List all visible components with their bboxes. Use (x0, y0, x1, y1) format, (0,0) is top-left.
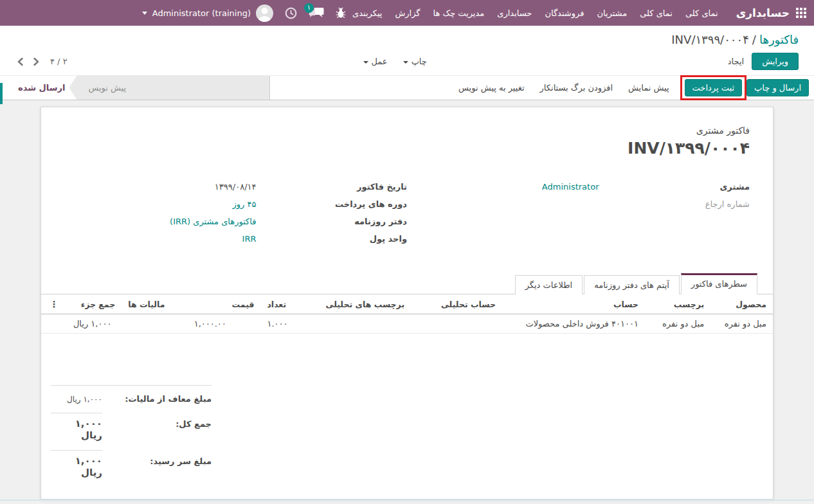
fields-right-column: مشتری Administrator شماره ارجاع (407, 182, 750, 251)
breadcrumb-parent-link[interactable]: فاکتورها (759, 33, 799, 46)
register-payment-button[interactable]: ثبت پرداخت (685, 79, 742, 96)
column-header[interactable]: مالیات ها (122, 294, 187, 314)
breadcrumb: فاکتورها/INV/۱۳۹۹/۰۰۰۴ (0, 26, 814, 49)
reference-label: شماره ارجاع (599, 199, 750, 209)
record-pager: ۲ / ۴ (15, 56, 70, 68)
detail-label: دوره های پرداخت (256, 199, 407, 209)
document-type-label: فاکتور مشتری (64, 125, 750, 136)
activities-clock-icon[interactable] (285, 7, 297, 19)
app-name-menu[interactable]: حسابداری (736, 6, 790, 19)
fields-left-column: تاریخ فاکتور ۱۳۹۹/۰۸/۱۴ دوره های پرداخت … (64, 182, 407, 251)
cell-analytic-tags[interactable] (319, 314, 421, 334)
total-label: مبلغ معاف از مالیات: (102, 394, 212, 404)
edge-button-sliver (0, 83, 3, 104)
column-options-icon[interactable]: ⋮ (41, 294, 67, 314)
column-header[interactable]: قیمت (188, 294, 261, 314)
detail-value[interactable]: ۴۵ روز (64, 199, 256, 209)
column-header[interactable]: حساب (502, 294, 645, 314)
lines-empty-space (41, 334, 773, 385)
cell-quantity[interactable]: ۱.۰۰۰ (260, 314, 319, 334)
invoice-fields: مشتری Administrator شماره ارجاع تاریخ فا… (64, 182, 750, 251)
status-state[interactable]: ارسال شده (0, 76, 77, 100)
bug-icon[interactable] (336, 7, 346, 19)
cell-analytic-account[interactable] (422, 314, 502, 334)
systray: Administrator (training) ۱ (142, 4, 346, 22)
cell-subtotal[interactable]: ۱,۰۰۰ ریال (67, 314, 122, 334)
topbar: حسابداری نمای کلی نمای کلی مشتریان فروشن… (0, 0, 814, 26)
cell-account[interactable]: ۴۰۱۰۰۱ فروش داخلی محصولات (502, 314, 645, 334)
action-dropdown[interactable]: عمل (356, 53, 395, 69)
invoice-lines-table: محصول برچسب حساب حساب تحلیلی برچسب های ت… (41, 294, 773, 334)
detail-label: واحد پول (256, 234, 407, 244)
customer-value-link[interactable]: Administrator (407, 182, 599, 192)
detail-field: دفتر روزنامه فاکتورهای مشتری (IRR) (64, 217, 407, 228)
total-value: ۱,۰۰۰ ریال (51, 450, 102, 478)
cell-product[interactable]: مبل دو نفره (710, 314, 773, 334)
column-header[interactable]: تعداد (260, 294, 319, 314)
notebook-tab[interactable]: سطرهای فاکتور (681, 273, 757, 294)
detail-value[interactable]: IRR (64, 234, 256, 244)
breadcrumb-current: INV/۱۳۹۹/۰۰۰۴ (671, 33, 749, 46)
total-value: ۱,۰۰۰ ریال (51, 413, 102, 441)
detail-value[interactable]: ۱۳۹۹/۰۸/۱۴ (64, 182, 256, 192)
invoice-sheet: فاکتور مشتری INV/۱۳۹۹/۰۰۰۴ مشتری Adminis… (41, 107, 773, 500)
messages-icon[interactable]: ۱ (309, 7, 324, 19)
chevron-down-icon (363, 61, 368, 64)
column-header[interactable]: برچسب های تحلیلی (319, 294, 421, 314)
status-state[interactable]: پیش نویس (77, 76, 138, 100)
user-menu[interactable]: Administrator (training) (152, 8, 251, 18)
pager-previous-button[interactable] (15, 56, 25, 68)
notebook-tab[interactable]: اطلاعات دیگر (515, 275, 583, 294)
print-dropdown-label: چاپ (412, 57, 427, 66)
cell-price[interactable]: ۱,۰۰۰.۰۰ (188, 314, 261, 334)
chevron-down-icon (403, 61, 408, 64)
column-header[interactable]: حساب تحلیلی (422, 294, 502, 314)
cell-taxes[interactable] (122, 314, 187, 334)
notebook-tab[interactable]: آیتم های دفتر روزنامه (584, 275, 680, 294)
invoice-line-row[interactable]: مبل دو نفره مبل دو نفره ۴۰۱۰۰۱ فروش داخل… (41, 314, 773, 334)
totals-block: مبلغ معاف از مالیات: ۱,۰۰۰ ریال جمع کل: … (51, 385, 212, 499)
send-and-print-button[interactable]: ارسال و چاپ (746, 79, 809, 96)
notebook-tabs: سطرهای فاکتور آیتم های دفتر روزنامه اطلا… (41, 273, 773, 294)
column-header[interactable]: برچسب (645, 294, 710, 314)
reset-to-draft-button[interactable]: تغییر به پیش نویس (451, 80, 532, 96)
message-count-badge: ۱ (304, 3, 314, 13)
breadcrumb-separator: / (749, 33, 759, 46)
user-menu-caret-icon[interactable] (142, 12, 147, 15)
topbar-menu-item[interactable]: مدیریت چک ها (427, 0, 491, 26)
total-line: جمع کل: ۱,۰۰۰ ریال (51, 405, 212, 442)
column-header[interactable]: جمع جزء (67, 294, 122, 314)
statusbar-row: ارسال و چاپ ثبت پرداخت پیش نمایش افزودن … (0, 75, 814, 100)
preview-button[interactable]: پیش نمایش (620, 80, 677, 96)
detail-field: دوره های پرداخت ۴۵ روز (64, 199, 407, 210)
detail-value[interactable]: فاکتورهای مشتری (IRR) (64, 217, 256, 226)
detail-label: تاریخ فاکتور (256, 182, 407, 192)
customer-field: مشتری Administrator (407, 182, 750, 193)
create-button[interactable]: ایجاد (720, 53, 752, 69)
form-content: فاکتور مشتری INV/۱۳۹۹/۰۰۰۴ مشتری Adminis… (0, 100, 814, 504)
topbar-menu-item[interactable]: گزارش (388, 0, 426, 26)
cell-label[interactable]: مبل دو نفره (645, 314, 710, 334)
control-center-menus: چاپ عمل (356, 53, 435, 69)
total-label: مبلغ سر رسید: (102, 456, 212, 466)
topbar-menu-item[interactable]: نمای کلی (633, 0, 679, 26)
topbar-menu-item[interactable]: پیکربندی (346, 0, 388, 26)
topbar-menu-item[interactable]: مشتریان (590, 0, 633, 26)
bottom-scroll-track[interactable] (0, 500, 814, 501)
column-header[interactable]: محصول (710, 294, 773, 314)
apps-menu-icon[interactable] (796, 8, 806, 18)
add-credit-note-button[interactable]: افزودن برگ بستانکار (532, 80, 620, 96)
topbar-menu-item[interactable]: حسابداری (491, 0, 538, 26)
reference-field: شماره ارجاع (407, 199, 750, 210)
customer-label: مشتری (599, 182, 750, 192)
register-payment-wrapper: ثبت پرداخت (685, 79, 742, 96)
topbar-menu-item[interactable]: نمای کلی (679, 0, 725, 26)
topbar-menu-item[interactable]: فروشندگان (538, 0, 590, 26)
status-pipeline: پیش نویس ارسال شده (0, 76, 270, 100)
avatar[interactable] (256, 4, 273, 22)
invoice-number: INV/۱۳۹۹/۰۰۰۴ (64, 139, 750, 158)
pager-next-button[interactable] (32, 56, 41, 68)
print-dropdown[interactable]: چاپ (395, 53, 435, 69)
edit-button[interactable]: ویرایش (752, 53, 799, 70)
lines-header-row: محصول برچسب حساب حساب تحلیلی برچسب های ت… (41, 294, 773, 314)
